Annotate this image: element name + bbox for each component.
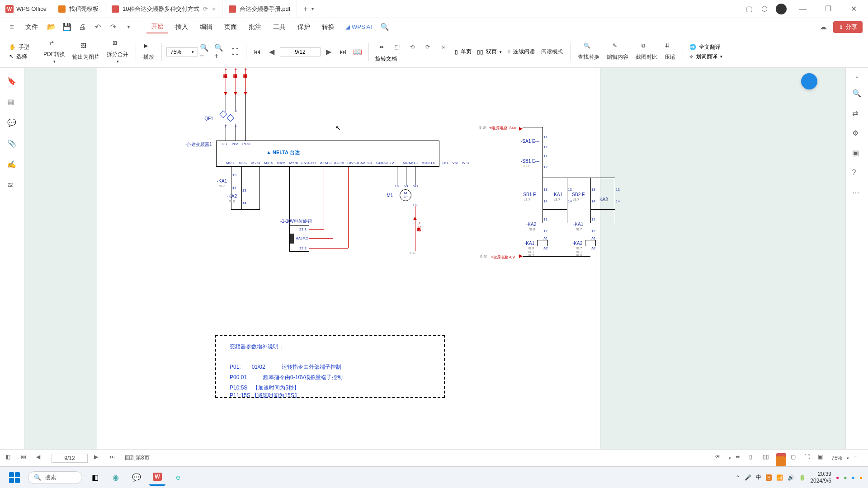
last-page-icon[interactable]: ⏭ [109, 454, 118, 463]
hamburger-icon[interactable]: ≡ [5, 21, 18, 33]
continuous-button[interactable]: ≡连续阅读 [507, 48, 535, 56]
tray-app-3-icon[interactable]: ● [852, 474, 855, 481]
fit-width-icon[interactable]: ⬌ [375, 41, 388, 53]
tray-sogou-icon[interactable]: S [766, 474, 772, 481]
wps-ai-button[interactable]: ◢ WPS AI [342, 23, 376, 30]
crop-icon[interactable]: ⬚ [391, 41, 403, 53]
full-translate-button[interactable]: 🌐全文翻译 [689, 43, 722, 51]
next-page-button[interactable]: ▶ [322, 46, 335, 58]
select-tool[interactable]: ↖选择 [9, 53, 29, 61]
eye-icon[interactable]: 👁 [715, 454, 724, 463]
single-view-icon[interactable]: ▯ [749, 454, 758, 463]
back-to-page-link[interactable]: 回到第8页 [125, 454, 150, 462]
prev-icon[interactable]: ◀ [36, 454, 45, 463]
menu-page[interactable]: 页面 [220, 21, 241, 33]
collapse-arrow-icon[interactable]: ▴ [856, 74, 858, 79]
thumbnails-icon[interactable]: ▦ [7, 98, 17, 108]
menu-protect[interactable]: 保护 [293, 21, 315, 33]
first-page-button[interactable]: ⏮ [251, 46, 264, 58]
layout-icon[interactable]: ▢ [745, 5, 753, 13]
open-icon[interactable]: 📂 [45, 21, 58, 33]
rotate-left-icon[interactable]: ⟲ [406, 41, 419, 53]
last-page-button[interactable]: ⏭ [337, 46, 349, 58]
tray-app-4-icon[interactable]: ● [859, 474, 863, 481]
close-tab-icon[interactable]: × [212, 5, 215, 13]
tray-mic-icon[interactable]: 🎤 [745, 474, 751, 481]
screenshot-compare-button[interactable]: ⧉截图对比 [633, 42, 660, 61]
ai-floating-button[interactable] [801, 73, 817, 89]
menu-annotate[interactable]: 批注 [244, 21, 266, 33]
task-view-icon[interactable]: ◧ [87, 469, 103, 486]
search-icon[interactable]: 🔍 [378, 21, 391, 33]
copy-icon[interactable]: ⎘ [437, 41, 449, 53]
rotate-right-icon[interactable]: ⟳ [421, 41, 434, 53]
status-zoom[interactable]: 75% [831, 455, 842, 461]
tray-wifi-icon[interactable]: 📶 [776, 474, 783, 481]
cube-icon[interactable]: ⬡ [760, 5, 769, 13]
tray-app-1-icon[interactable]: ● [836, 474, 839, 481]
sidebar-toggle-icon[interactable]: ◧ [5, 454, 14, 463]
taskbar-search[interactable]: 🔍 搜索 [28, 471, 82, 484]
find-replace-button[interactable]: 🔍查找替换 [575, 42, 602, 61]
single-page-button[interactable]: ▯单页 [455, 48, 472, 56]
edit-content-button[interactable]: ✎编辑内容 [604, 42, 631, 61]
chevron-down-icon[interactable]: ▾ [122, 21, 135, 33]
view-mode-2-icon[interactable]: ⛶ [804, 454, 813, 463]
help-icon[interactable]: ? [852, 169, 862, 178]
menu-edit[interactable]: 编辑 [195, 21, 217, 33]
maximize-button[interactable]: ❐ [819, 2, 837, 16]
pdf-convert-button[interactable]: ⇄PDF转换▾ [41, 40, 68, 64]
more-icon[interactable]: ⋯ [852, 188, 862, 198]
print-icon[interactable]: 🖨 [76, 21, 89, 33]
menu-tools[interactable]: 工具 [269, 21, 290, 33]
double-page-button[interactable]: ▯▯双页▾ [477, 48, 502, 56]
zoom-select[interactable]: 75%▾ [166, 47, 198, 56]
tray-battery-icon[interactable]: 🔋 [799, 474, 806, 481]
undo-icon[interactable]: ↶ [91, 21, 104, 33]
settings-panel-icon[interactable]: ⚙ [852, 129, 862, 139]
save-icon[interactable]: 💾 [61, 21, 73, 33]
redo-icon[interactable]: ↷ [107, 21, 119, 33]
tray-chevron-icon[interactable]: ⌃ [736, 474, 740, 481]
tray-volume-icon[interactable]: 🔊 [788, 474, 794, 481]
copilot-icon[interactable]: ◉ [108, 469, 124, 486]
prev-page-button[interactable]: ◀ [265, 46, 278, 58]
hand-tool[interactable]: ✋手型 [9, 43, 29, 51]
browser-icon[interactable]: е [170, 469, 186, 486]
zoom-out-button[interactable]: 🔍− [200, 46, 212, 58]
fit-icon[interactable]: ⬌ [736, 454, 745, 463]
first-page-icon[interactable]: ⏮ [21, 454, 30, 463]
fit-page-button[interactable]: ⛶ [229, 46, 241, 58]
tray-clock[interactable]: 20:39 2024/9/6 [810, 471, 831, 484]
zoom-out-icon[interactable]: − [854, 454, 863, 463]
layers-icon[interactable]: ≋ [7, 181, 17, 191]
translate-panel-icon[interactable]: ⇄ [852, 109, 862, 119]
menu-file[interactable]: 文件 [21, 21, 42, 33]
rotate-doc-button[interactable]: 旋转文档 [375, 55, 449, 63]
split-merge-button[interactable]: ⊞拆分合并▾ [104, 40, 131, 64]
comment-icon[interactable]: 💬 [7, 118, 17, 128]
wps-taskbar-icon[interactable]: W [149, 469, 165, 486]
tray-app-2-icon[interactable]: ● [844, 474, 847, 481]
view-mode-3-icon[interactable]: ▣ [818, 454, 827, 463]
zoom-in-button[interactable]: 🔍+ [214, 46, 227, 58]
word-translate-button[interactable]: ⟡划词翻译▾ [689, 53, 722, 61]
tab-manual[interactable]: 台达变频器手册.pdf [222, 0, 297, 18]
wechat-icon[interactable]: 💬 [128, 469, 145, 486]
signature-icon[interactable]: ✍ [7, 160, 17, 170]
share-button[interactable]: ⇪ 分享 [833, 21, 863, 33]
document-viewport[interactable]: +电源电路 +电源电路 +电源电路 -QF1 1 3 2 4 [24, 68, 845, 471]
bookmark-icon[interactable]: 🔖 [7, 77, 17, 87]
page-indicator[interactable]: 9/12 [280, 47, 321, 56]
minimize-button[interactable]: — [794, 2, 812, 16]
search-panel-icon[interactable]: 🔍 [852, 89, 862, 99]
menu-convert[interactable]: 转换 [317, 21, 339, 33]
menu-start[interactable]: 开始 [146, 21, 168, 33]
play-button[interactable]: ▶播放 [141, 42, 157, 61]
view-mode-1-icon[interactable]: ▢ [791, 454, 800, 463]
start-button[interactable] [5, 469, 24, 487]
compress-button[interactable]: ⇊压缩 [662, 42, 678, 61]
tray-ime-icon[interactable]: 中 [756, 474, 761, 481]
new-tab-button[interactable]: + ▾ [297, 0, 320, 18]
menu-insert[interactable]: 插入 [171, 21, 193, 33]
